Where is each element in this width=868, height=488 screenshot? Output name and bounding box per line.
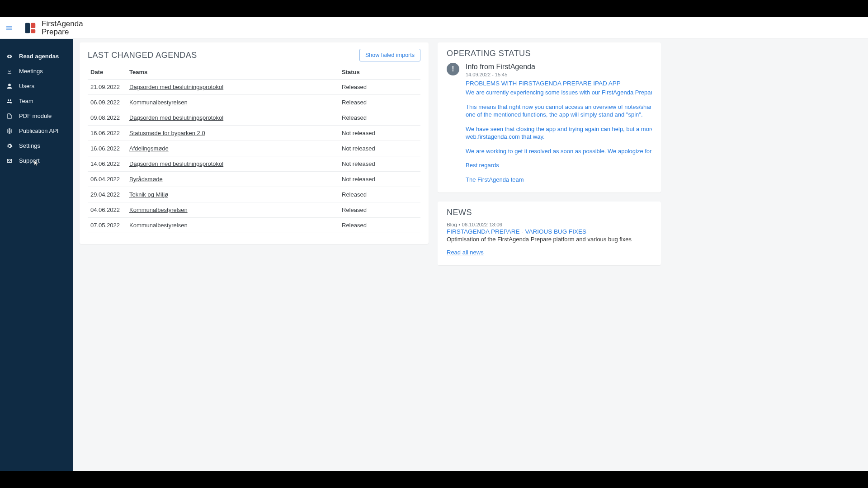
info-paragraph: We are working to get it resolved as soo… bbox=[466, 147, 652, 155]
sidebar-item-team[interactable]: Team bbox=[0, 94, 73, 108]
col-teams: Teams bbox=[127, 65, 339, 80]
agenda-team-cell: Statusmøde for byparken 2.0 bbox=[127, 126, 339, 141]
sidebar-item-label: Settings bbox=[19, 142, 40, 149]
info-badge-icon: ! bbox=[447, 63, 459, 75]
info-paragraph: This means that right now you cannot acc… bbox=[466, 103, 652, 119]
sidebar-item-settings[interactable]: Settings bbox=[0, 138, 73, 153]
topbar: FirstAgenda Prepare bbox=[0, 17, 868, 39]
operating-status-card: OPERATING STATUS ! Info from FirstAgenda… bbox=[438, 42, 661, 192]
agenda-team-link[interactable]: Kommunalbestyrelsen bbox=[129, 206, 188, 213]
agenda-team-cell: Afdelingsmøde bbox=[127, 141, 339, 156]
sidebar-item-label: Users bbox=[19, 83, 34, 89]
logo-text-line2: Prepare bbox=[42, 28, 83, 36]
agenda-team-cell: Kommunalbestyrelsen bbox=[127, 218, 339, 233]
info-line: This means that right now you cannot acc… bbox=[466, 103, 652, 110]
sidebar-item-label: Read agendas bbox=[19, 53, 59, 60]
agenda-team-cell: Kommunalbestyrelsen bbox=[127, 202, 339, 218]
table-row: 16.06.2022AfdelingsmødeNot released bbox=[88, 141, 420, 156]
agenda-status: Released bbox=[339, 80, 420, 95]
agenda-team-cell: Kommunalbestyrelsen bbox=[127, 95, 339, 110]
agenda-status: Released bbox=[339, 202, 420, 218]
envelope-icon bbox=[6, 158, 13, 164]
agenda-team-link[interactable]: Kommunalbestyrelsen bbox=[129, 99, 188, 106]
info-line: one of the mentioned functions, the app … bbox=[466, 111, 643, 118]
right-column: OPERATING STATUS ! Info from FirstAgenda… bbox=[438, 42, 661, 471]
agenda-date: 04.06.2022 bbox=[88, 202, 127, 218]
letterbox-top bbox=[0, 0, 868, 17]
news-title: NEWS bbox=[447, 208, 652, 217]
sidebar-item-meetings[interactable]: Meetings bbox=[0, 64, 73, 79]
sidebar-item-label: Support bbox=[19, 157, 40, 164]
table-row: 09.08.2022Dagsorden med beslutningsproto… bbox=[88, 110, 420, 126]
gear-icon bbox=[6, 143, 13, 149]
sidebar-item-read-agendas[interactable]: Read agendas bbox=[0, 49, 73, 64]
show-failed-imports-button[interactable]: Show failed imports bbox=[359, 49, 420, 61]
agenda-team-link[interactable]: Afdelingsmøde bbox=[129, 145, 169, 152]
hamburger-icon[interactable] bbox=[4, 23, 14, 33]
agenda-team-link[interactable]: Dagsorden med beslutningsprotokol bbox=[129, 114, 223, 121]
agenda-date: 09.08.2022 bbox=[88, 110, 127, 126]
sidebar-item-users[interactable]: Users bbox=[0, 79, 73, 94]
sidebar-item-support[interactable]: Support bbox=[0, 153, 73, 168]
svg-rect-3 bbox=[25, 23, 30, 33]
agenda-status: Not released bbox=[339, 172, 420, 187]
col-status: Status bbox=[339, 65, 420, 80]
col-date: Date bbox=[88, 65, 127, 80]
sidebar: Read agendas Meetings Users Team bbox=[0, 39, 73, 471]
agenda-team-cell: Dagsorden med beslutningsprotokol bbox=[127, 80, 339, 95]
sidebar-item-label: Meetings bbox=[19, 68, 43, 75]
agenda-date: 06.09.2022 bbox=[88, 95, 127, 110]
globe-icon bbox=[6, 128, 13, 134]
agenda-status: Released bbox=[339, 110, 420, 126]
news-card: NEWS Blog • 06.10.2022 13:06 FIRSTAGENDA… bbox=[438, 202, 661, 265]
sidebar-item-label: Publication API bbox=[19, 127, 58, 134]
agenda-team-cell: Dagsorden med beslutningsprotokol bbox=[127, 110, 339, 126]
logo: FirstAgenda Prepare bbox=[24, 20, 83, 36]
table-row: 21.09.2022Dagsorden med beslutningsproto… bbox=[88, 80, 420, 95]
agenda-status: Released bbox=[339, 187, 420, 202]
agenda-status: Released bbox=[339, 218, 420, 233]
info-line: We have seen that closing the app and tr… bbox=[466, 126, 652, 132]
agenda-status: Not released bbox=[339, 126, 420, 141]
agenda-team-link[interactable]: Dagsorden med beslutningsprotokol bbox=[129, 84, 223, 90]
read-all-news-link[interactable]: Read all news bbox=[447, 249, 484, 256]
sidebar-item-label: PDF module bbox=[19, 113, 52, 119]
letterbox-bottom bbox=[0, 471, 868, 488]
agenda-date: 21.09.2022 bbox=[88, 80, 127, 95]
agenda-team-cell: Byrådsmøde bbox=[127, 172, 339, 187]
agenda-status: Released bbox=[339, 95, 420, 110]
table-row: 29.04.2022Teknik og MiljøReleased bbox=[88, 187, 420, 202]
info-paragraph: The FirstAgenda team bbox=[466, 176, 652, 184]
agenda-team-cell: Dagsorden med beslutningsprotokol bbox=[127, 156, 339, 172]
sidebar-item-label: Team bbox=[19, 98, 33, 104]
info-line: web.firstagenda.com that way. bbox=[466, 133, 545, 140]
agenda-date: 06.04.2022 bbox=[88, 172, 127, 187]
agendas-title: LAST CHANGED AGENDAS bbox=[88, 51, 197, 60]
sidebar-item-publication-api[interactable]: Publication API bbox=[0, 123, 73, 138]
table-row: 16.06.2022Statusmøde for byparken 2.0Not… bbox=[88, 126, 420, 141]
users-icon bbox=[6, 98, 13, 104]
agenda-date: 16.06.2022 bbox=[88, 126, 127, 141]
info-title: Info from FirstAgenda bbox=[466, 63, 652, 71]
agenda-date: 16.06.2022 bbox=[88, 141, 127, 156]
agenda-team-link[interactable]: Teknik og Miljø bbox=[129, 191, 168, 198]
svg-rect-4 bbox=[31, 23, 35, 28]
agenda-team-link[interactable]: Statusmøde for byparken 2.0 bbox=[129, 130, 205, 136]
agenda-team-link[interactable]: Byrådsmøde bbox=[129, 176, 163, 183]
agenda-team-link[interactable]: Kommunalbestyrelsen bbox=[129, 222, 188, 229]
info-paragraph: Best regards bbox=[466, 161, 652, 169]
info-paragraph: We have seen that closing the app and tr… bbox=[466, 125, 652, 141]
operating-status-title: OPERATING STATUS bbox=[447, 49, 652, 58]
table-row: 14.06.2022Dagsorden med beslutningsproto… bbox=[88, 156, 420, 172]
info-date: 14.09.2022 - 15:45 bbox=[466, 72, 652, 77]
user-icon bbox=[6, 83, 13, 89]
sidebar-item-pdf-module[interactable]: PDF module bbox=[0, 108, 73, 123]
info-paragraph: We are currently experiencing some issue… bbox=[466, 89, 652, 97]
agenda-team-cell: Teknik og Miljø bbox=[127, 187, 339, 202]
agenda-date: 14.06.2022 bbox=[88, 156, 127, 172]
agendas-table: Date Teams Status 21.09.2022Dagsorden me… bbox=[88, 65, 420, 233]
agenda-team-link[interactable]: Dagsorden med beslutningsprotokol bbox=[129, 160, 223, 167]
table-row: 06.04.2022ByrådsmødeNot released bbox=[88, 172, 420, 187]
table-row: 07.05.2022KommunalbestyrelsenReleased bbox=[88, 218, 420, 233]
news-description: Optimisation of the FirstAgenda Prepare … bbox=[447, 236, 652, 243]
